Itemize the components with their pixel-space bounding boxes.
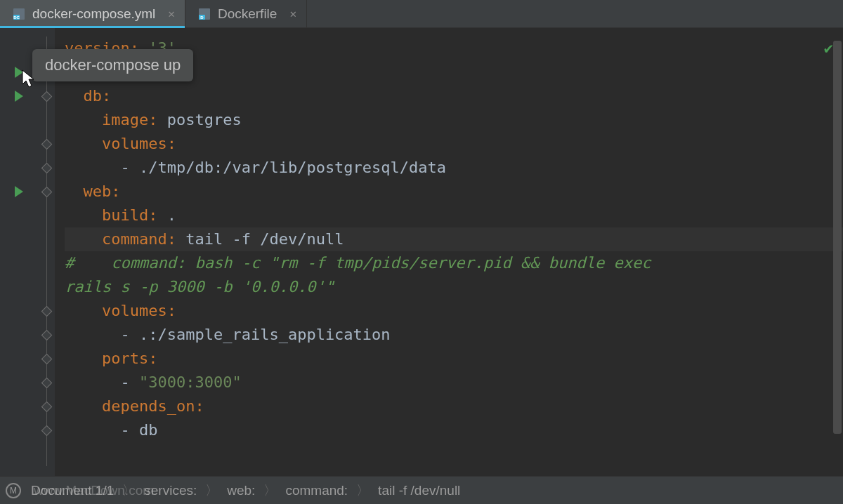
run-icon[interactable] [15, 91, 23, 102]
editor: ✔ version: '3' db: image: postgres volum… [0, 28, 843, 476]
fold-column [38, 28, 55, 476]
fold-marker-icon[interactable] [41, 186, 52, 197]
fold-marker-icon[interactable] [41, 138, 52, 150]
code-area[interactable]: ✔ version: '3' db: image: postgres volum… [55, 28, 843, 476]
tab-dockerfile[interactable]: D Dockerfile ✕ [185, 0, 307, 27]
gutter [0, 28, 38, 476]
tab-label: Dockerfile [218, 6, 277, 22]
close-icon[interactable]: ✕ [289, 7, 296, 20]
tab-docker-compose[interactable]: DC docker-compose.yml ✕ [0, 0, 185, 27]
check-icon[interactable]: ✔ [824, 37, 833, 60]
svg-text:D: D [200, 15, 204, 19]
tooltip-text: docker-compose up [45, 56, 181, 74]
fold-marker-icon[interactable] [41, 353, 52, 364]
watermark: www.MacDown.com [34, 483, 154, 498]
fold-marker-icon[interactable] [41, 329, 52, 340]
tab-label: docker-compose.yml [32, 6, 155, 22]
tab-bar: DC docker-compose.yml ✕ D Dockerfile ✕ [0, 0, 843, 28]
fold-marker-icon[interactable] [41, 305, 52, 317]
fold-marker-icon[interactable] [41, 425, 52, 436]
run-icon[interactable] [15, 186, 23, 197]
tooltip: docker-compose up [32, 49, 193, 81]
fold-marker-icon[interactable] [41, 91, 52, 102]
close-icon[interactable]: ✕ [168, 7, 175, 20]
dockerfile-icon: D [198, 8, 211, 20]
breadcrumb-item[interactable]: tail -f /dev/null [374, 483, 464, 498]
breadcrumb-item[interactable]: web: [223, 483, 259, 498]
fold-marker-icon[interactable] [41, 162, 52, 173]
svg-text:DC: DC [13, 15, 20, 19]
scrollbar-thumb[interactable] [833, 41, 842, 434]
cursor-icon [21, 69, 38, 90]
breadcrumb-item[interactable]: command: [281, 483, 352, 498]
fold-marker-icon[interactable] [41, 401, 52, 412]
chevron-right-icon: 〉 [201, 482, 223, 500]
chevron-right-icon: 〉 [352, 482, 374, 500]
breadcrumb-icon: M [6, 483, 21, 498]
yaml-file-icon: DC [13, 8, 25, 20]
fold-marker-icon[interactable] [41, 377, 52, 388]
chevron-right-icon: 〉 [259, 482, 281, 500]
